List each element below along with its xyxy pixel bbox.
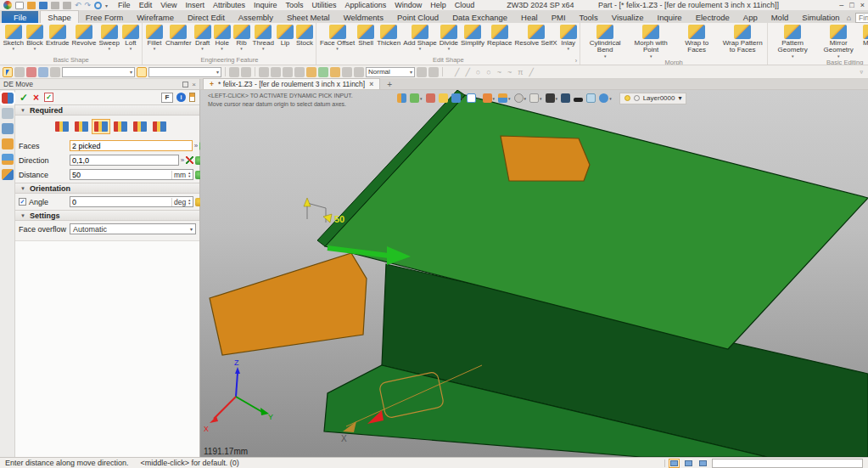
ribbon-tab[interactable]: Wireframe [130,12,181,23]
mode-rotate[interactable] [111,119,130,134]
close-icon[interactable]: × [860,1,865,9]
ribbon-button[interactable]: Mirror Geometry ▾ [815,24,861,59]
angle-checkbox[interactable]: ✓ [19,198,26,206]
ribbon-button[interactable]: Extrude ▾ [44,24,70,47]
ribbon-button[interactable]: Thread ▾ [251,24,275,51]
chevron-down-icon[interactable]: ▾ [201,47,204,51]
ribbon-button[interactable]: Cylindrical Bend ▾ [582,24,628,59]
ribbon-tab[interactable]: Sheet Metal [280,12,337,23]
curvature-icon[interactable]: ▾ [597,92,613,104]
tab-close-icon[interactable]: × [369,80,373,88]
ribbon-button[interactable]: Face Offset ▾ [318,24,356,51]
ribbon-button[interactable]: Pattern Geometry ▾ [770,24,815,59]
chevron-down-icon[interactable]: ▾ [448,47,451,51]
document-tab[interactable]: + * felix-1.Z3 - [fer de roulement 3 inc… [203,78,380,89]
view-tool-icon[interactable] [428,67,439,77]
ribbon-button[interactable]: Add Shape ▾ [402,24,439,51]
clip-plane-icon[interactable] [572,92,585,104]
layer-visibility-icon[interactable] [624,95,630,101]
chevron-down-icon[interactable]: ▾ [108,47,110,51]
chevron-down-icon[interactable]: ▾ [336,47,339,51]
angle-input[interactable] [72,198,171,206]
model-canvas[interactable]: X 50 Z X Y [200,90,868,457]
ribbon-tab[interactable]: Mold [764,12,796,23]
history-manager-icon[interactable] [2,108,14,119]
ribbon-button[interactable]: Draft ▾ [193,24,212,51]
window-layout-icon[interactable]: ▾ [528,92,544,104]
display-toggle-icon[interactable] [683,459,694,468]
print-icon[interactable] [51,2,59,9]
menu-item[interactable]: File [118,1,131,9]
regen-icon[interactable] [94,2,102,9]
faces-input[interactable] [72,142,190,150]
mode-sweep-path[interactable] [150,119,169,134]
ribbon-button[interactable]: Shell ▾ [356,24,376,47]
layer-tool-icon[interactable] [417,67,427,77]
chevron-down-icon[interactable]: ▾ [34,47,36,51]
remove-pick-icon[interactable] [26,67,36,77]
distance-spinner[interactable]: ▲▼ [188,172,191,178]
distance-field[interactable]: mm ▲▼ [70,169,193,180]
ribbon-tab[interactable]: Free Form [79,12,130,23]
mode-align-frames[interactable] [131,119,149,134]
pick-cursor-icon[interactable] [3,67,13,77]
filter-combo[interactable]: ▾ [62,67,135,77]
shape-manager-icon[interactable] [2,138,14,149]
ribbon-button[interactable]: Wrap Pattern to Faces ▾ [720,24,765,54]
menu-item[interactable]: Window [395,1,422,9]
note-icon[interactable] [354,67,364,77]
menu-item[interactable]: Utilities [312,1,337,9]
exit-icon[interactable] [395,92,408,104]
style-combo[interactable]: Normal ▾ [366,67,415,77]
distance-input[interactable] [72,171,171,179]
command-search[interactable] [855,13,868,23]
angle-spinner[interactable]: ▲▼ [188,199,191,206]
ribbon-button[interactable]: Morph with Point ▾ [628,24,674,59]
layer-color-icon[interactable] [634,95,640,101]
ribbon-tab[interactable]: Data Exchange [445,12,514,23]
entity-filter-icon[interactable] [137,67,147,77]
stiffener-plate-top[interactable] [501,136,590,181]
menu-item[interactable]: Tools [286,1,304,9]
apply-button[interactable]: ✓ [44,93,53,102]
section-settings[interactable]: ▼ Settings [15,210,199,221]
align-icon-1[interactable] [229,67,239,77]
ribbon-tab[interactable]: Shape [40,10,78,23]
command-search-input[interactable] [859,14,868,22]
ribbon-tab[interactable]: Assembly [232,12,280,23]
new-tab-button[interactable]: + [387,80,392,89]
menu-item[interactable]: Cloud [455,1,475,9]
view-orientation-icon[interactable]: ▾ [512,92,529,104]
ribbon-button[interactable]: Divide ▾ [438,24,459,51]
appearance-icon[interactable] [330,67,340,77]
segment-icon[interactable]: ╱ [529,68,533,76]
material-icon[interactable] [318,67,328,77]
faces-field[interactable] [70,140,193,151]
panel-close-icon[interactable]: × [192,81,196,88]
chevron-down-icon[interactable]: ▾ [221,47,223,51]
ribbon-tab[interactable]: Direct Edit [181,12,232,23]
ribbon-button[interactable]: Fillet ▾ [144,24,164,51]
ribbon-button[interactable]: Thicken ▾ [376,24,402,47]
role-manager-icon[interactable] [2,169,14,180]
section-required[interactable]: ▼ Required [15,104,199,116]
add-pick-icon[interactable] [14,67,25,77]
flip-direction-icon[interactable] [186,156,193,164]
maximize-icon[interactable]: □ [849,1,854,9]
ribbon-tab[interactable]: App [736,12,764,23]
undo-icon[interactable]: ↶ [75,1,81,9]
line-icon[interactable]: ╱ [455,68,459,76]
mode-along-direction[interactable] [72,119,91,134]
ribbon-button[interactable]: Sweep ▾ [98,24,120,51]
dialog-launcher-icon[interactable]: › [575,58,577,64]
chevrons-icon[interactable]: » [194,142,198,149]
shaded-mode-icon[interactable]: ▾ [450,92,466,104]
ribbon-tab[interactable]: Simulation [795,12,846,23]
pick-circle-icon[interactable] [50,67,60,77]
constraint-icon-1[interactable] [259,67,269,77]
ribbon-button[interactable]: Resolve SelfX ▾ [513,24,558,47]
ribbon-button[interactable]: Lip ▾ [275,24,294,47]
align-icon-2[interactable] [241,67,251,77]
info-icon[interactable]: i [176,93,186,102]
mode-point-to-point[interactable] [53,119,71,134]
